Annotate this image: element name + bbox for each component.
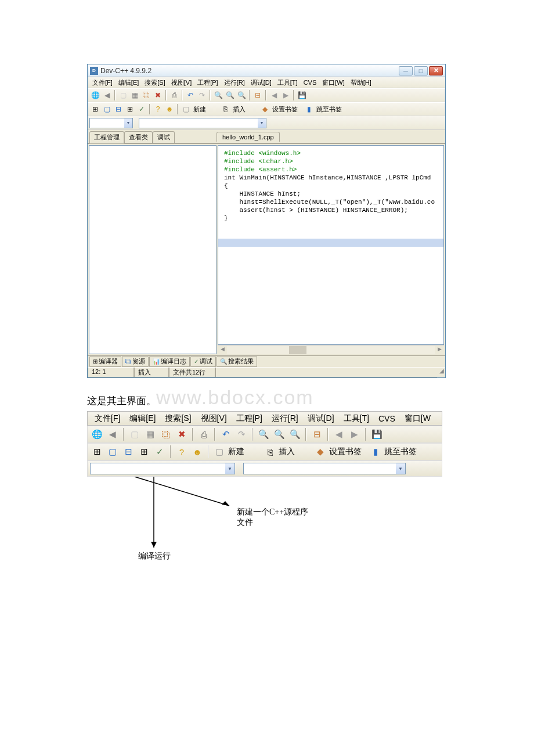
file-tab[interactable]: hello_world_1.cpp: [217, 132, 280, 142]
indent-icon[interactable]: ⊟: [252, 90, 263, 100]
scroll-thumb[interactable]: [289, 346, 306, 354]
about-icon[interactable]: ☻: [164, 104, 175, 114]
check-icon[interactable]: ✓: [153, 445, 167, 459]
big-combo-2[interactable]: ▼: [243, 463, 406, 474]
code-editor[interactable]: #include <windows.h> #include <tchar.h> …: [218, 145, 444, 345]
tab-search-results[interactable]: 🔍搜索结果: [217, 356, 257, 367]
new-file-icon[interactable]: ▢: [212, 445, 226, 459]
set-bookmark-label[interactable]: 设置书签: [329, 447, 362, 457]
menu-project[interactable]: 工程[P]: [232, 412, 267, 425]
resize-grip-icon[interactable]: ◢: [437, 368, 445, 377]
new-icon[interactable]: ▢: [118, 90, 128, 100]
menu-help[interactable]: 帮助[H]: [348, 78, 374, 88]
insert-icon[interactable]: ⎘: [220, 104, 230, 114]
menu-run[interactable]: 运行[R]: [267, 412, 303, 425]
menu-edit[interactable]: 编辑[E]: [116, 78, 142, 88]
nav-left-icon[interactable]: ◀: [332, 427, 346, 441]
scroll-right-icon[interactable]: ▶: [435, 346, 444, 354]
back-icon[interactable]: ◀: [106, 427, 120, 441]
menu-window[interactable]: 窗口[W: [400, 412, 435, 425]
find2-icon[interactable]: 🔍: [225, 90, 235, 100]
goto-bookmark-icon[interactable]: ▮: [304, 104, 314, 114]
menu-cvs[interactable]: CVS: [301, 78, 320, 87]
new-label[interactable]: 新建: [193, 105, 206, 114]
redo-icon[interactable]: ↷: [197, 90, 207, 100]
insert-icon[interactable]: ⎘: [263, 445, 277, 459]
project-tree[interactable]: [89, 145, 217, 354]
menu-view[interactable]: 视图[V]: [168, 78, 194, 88]
open-icon[interactable]: ▦: [143, 427, 157, 441]
check-icon[interactable]: ✓: [136, 104, 147, 114]
goto-bookmark-label[interactable]: 跳至书签: [316, 105, 342, 114]
tab-compilelog[interactable]: 📊编译日志: [149, 356, 190, 367]
find3-icon[interactable]: 🔍: [288, 427, 302, 441]
menu-file[interactable]: 文件[F]: [90, 412, 125, 425]
menu-tools[interactable]: 工具[T]: [339, 412, 374, 425]
set-bookmark-icon[interactable]: ◆: [259, 104, 270, 114]
nav-left-icon[interactable]: ◀: [269, 90, 279, 100]
undo-icon[interactable]: ↶: [219, 427, 233, 441]
compile-run-icon[interactable]: ⊟: [113, 104, 124, 114]
goto-bookmark-label[interactable]: 跳至书签: [384, 447, 417, 457]
combo-2[interactable]: ▼: [139, 118, 266, 128]
rebuild-icon[interactable]: ⊞: [137, 445, 151, 459]
menu-file[interactable]: 文件[F]: [89, 78, 116, 88]
goto-bookmark-icon[interactable]: ▮: [369, 445, 383, 459]
rebuild-icon[interactable]: ⊞: [125, 104, 135, 114]
insert-label[interactable]: 插入: [279, 447, 295, 457]
find-icon[interactable]: 🔍: [213, 90, 223, 100]
menu-search[interactable]: 搜索[S]: [160, 412, 196, 425]
print-icon[interactable]: ⎙: [197, 427, 211, 441]
tab-debug-bottom[interactable]: ✓调试: [190, 356, 216, 367]
disk-icon[interactable]: 💾: [370, 427, 384, 441]
compile-icon[interactable]: ⊞: [90, 445, 104, 459]
dropdown-arrow-icon[interactable]: ▼: [396, 463, 405, 474]
dropdown-arrow-icon[interactable]: ▼: [225, 463, 234, 474]
back-icon[interactable]: ◀: [102, 90, 112, 100]
disk-icon[interactable]: 💾: [297, 90, 307, 100]
delete-icon[interactable]: ✖: [175, 427, 189, 441]
open-icon[interactable]: ▦: [129, 90, 140, 100]
tab-classes[interactable]: 查看类: [124, 131, 153, 143]
about-icon[interactable]: ☻: [190, 445, 204, 459]
menu-project[interactable]: 工程[P]: [194, 78, 221, 88]
run-icon[interactable]: ▢: [102, 104, 112, 114]
big-combo-1[interactable]: ▼: [90, 463, 235, 474]
menu-tools[interactable]: 工具[T]: [275, 78, 301, 88]
menu-window[interactable]: 窗口[W]: [319, 78, 348, 88]
new-icon[interactable]: ▢: [128, 427, 142, 441]
menu-view[interactable]: 视图[V]: [196, 412, 232, 425]
compile-icon[interactable]: ⊞: [90, 104, 100, 114]
compile-run-icon[interactable]: ⊟: [121, 445, 135, 459]
nav-right-icon[interactable]: ▶: [348, 427, 362, 441]
menu-debug[interactable]: 调试[D]: [303, 412, 339, 425]
run-icon[interactable]: ▢: [106, 445, 120, 459]
new-label[interactable]: 新建: [228, 447, 244, 457]
redo-icon[interactable]: ↷: [234, 427, 248, 441]
dropdown-arrow-icon[interactable]: ▼: [124, 118, 132, 128]
set-bookmark-label[interactable]: 设置书签: [272, 105, 298, 114]
find2-icon[interactable]: 🔍: [272, 427, 286, 441]
menu-search[interactable]: 搜索[S]: [142, 78, 168, 88]
menu-debug[interactable]: 调试[D]: [248, 78, 275, 88]
menu-cvs[interactable]: CVS: [374, 413, 400, 424]
menu-run[interactable]: 运行[R]: [221, 78, 248, 88]
help-icon[interactable]: ?: [153, 104, 163, 114]
menu-edit[interactable]: 编辑[E]: [125, 412, 160, 425]
undo-icon[interactable]: ↶: [185, 90, 196, 100]
scroll-left-icon[interactable]: ◀: [218, 346, 227, 354]
maximize-button[interactable]: □: [414, 66, 428, 75]
horizontal-scrollbar[interactable]: ◀ ▶: [218, 345, 444, 354]
minimize-button[interactable]: ─: [399, 66, 413, 75]
help-icon[interactable]: ?: [175, 445, 189, 459]
new-file-icon[interactable]: ▢: [181, 104, 191, 114]
delete-icon[interactable]: ✖: [153, 90, 163, 100]
insert-label[interactable]: 插入: [233, 105, 246, 114]
dropdown-arrow-icon[interactable]: ▼: [258, 118, 266, 128]
tab-compiler[interactable]: ⊞编译器: [89, 356, 121, 367]
globe-icon[interactable]: 🌐: [90, 90, 100, 100]
print-icon[interactable]: ⎙: [169, 90, 179, 100]
scroll-track[interactable]: [227, 346, 435, 354]
indent-icon[interactable]: ⊟: [310, 427, 324, 441]
tab-resources[interactable]: ⿻资源: [122, 356, 149, 367]
